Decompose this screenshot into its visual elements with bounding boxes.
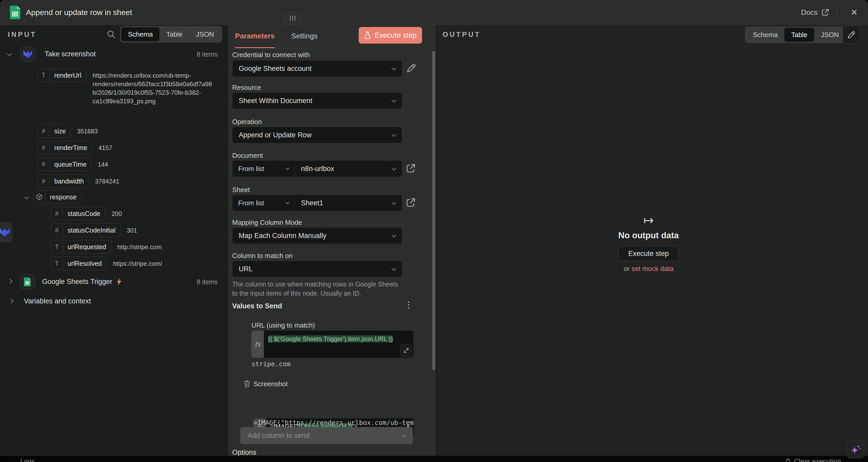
field-value: 301 [127, 224, 137, 235]
schema-field-size[interactable]: #size 351683 [38, 124, 98, 138]
schema-field-urlResolved[interactable]: TurlResolved https://stripe.com/ [51, 257, 162, 270]
expand-expression-icon[interactable] [400, 344, 412, 356]
output-tab-schema[interactable]: Schema [746, 28, 784, 42]
field-value: 3784241 [95, 174, 119, 186]
output-empty-state: ↦ No output data Execute step or set moc… [437, 214, 860, 273]
input-view-tabs: Schema Table JSON [120, 26, 222, 42]
input-tab-table[interactable]: Table [159, 27, 189, 41]
input-node-google-sheets-trigger[interactable]: Google Sheets Trigger [42, 278, 122, 286]
input-node-variables[interactable]: Variables and context [24, 297, 91, 305]
match-column-label: Column to match on [232, 252, 293, 260]
type-number-icon: # [51, 210, 63, 217]
clear-execution-button[interactable]: Clear execution [785, 457, 841, 462]
sheet-mode-select[interactable]: From list [232, 195, 295, 211]
type-number-icon: # [51, 227, 63, 234]
chevron-down-icon [392, 98, 396, 102]
credential-select[interactable]: Google Sheets account [232, 60, 402, 77]
sparkle-icon [850, 444, 861, 455]
output-panel: OUTPUT Schema Table JSON ↦ No output dat… [437, 25, 868, 456]
credential-label: Credential to connect with [232, 51, 310, 59]
close-icon[interactable]: ✕ [850, 0, 858, 25]
item-count: 8 items [196, 278, 218, 286]
type-number-icon: # [38, 127, 49, 135]
url-expression-field[interactable]: fx {{ $('Google Sheets Trigger').item.js… [251, 331, 413, 358]
set-mock-data-link[interactable]: set mock data [631, 265, 674, 272]
options-label: Options [232, 449, 256, 457]
collapse-chevron-icon[interactable] [8, 53, 11, 57]
edit-output-icon[interactable] [842, 26, 860, 43]
chevron-down-icon [286, 166, 289, 170]
expression-code: {{ $('Google Sheets Trigger').item.json.… [268, 335, 393, 342]
fx-badge: fx [251, 331, 264, 358]
execute-step-button[interactable]: Execute step [359, 27, 422, 43]
type-string-icon: T [38, 72, 49, 79]
urlbox-node-icon [20, 47, 35, 62]
output-panel-title: OUTPUT [442, 31, 481, 39]
google-sheets-trigger-icon [20, 274, 35, 289]
mapping-mode-select[interactable]: Map Each Column Manually [232, 227, 402, 244]
chevron-down-icon [392, 166, 396, 170]
sheet-select[interactable]: From list Sheet1 [232, 195, 402, 211]
scrollbar-track[interactable] [431, 48, 436, 456]
docs-link[interactable]: Docs [801, 0, 829, 25]
chevron-down-icon [392, 65, 396, 70]
kebab-menu-icon[interactable]: ⋮ [404, 299, 413, 310]
operation-select[interactable]: Append or Update Row [232, 127, 402, 143]
chevron-down-icon [392, 233, 396, 237]
tab-settings[interactable]: Settings [291, 25, 318, 48]
trash-icon [785, 458, 791, 462]
schema-field-queueTime[interactable]: #queueTime 144 [38, 158, 108, 171]
open-sheet-icon[interactable] [406, 198, 415, 209]
output-tab-json[interactable]: JSON [814, 28, 846, 42]
search-icon[interactable] [106, 30, 116, 40]
floating-node-icon[interactable] [0, 223, 12, 242]
schema-field-renderTime[interactable]: #renderTime 4157 [38, 141, 112, 155]
node-title: Append or update row in sheet [26, 0, 132, 25]
panel-drag-handle[interactable] [283, 12, 302, 24]
schema-field-bandwidth[interactable]: #bandwidth 3784241 [38, 174, 119, 188]
schema-field-urlRequested[interactable]: TurlRequested http://stripe.com [51, 240, 161, 254]
expand-chevron-icon[interactable] [9, 299, 13, 304]
no-output-title: No output data [618, 230, 679, 240]
ai-assistant-button[interactable] [847, 441, 864, 458]
expand-chevron-icon[interactable] [8, 279, 12, 284]
document-mode-select[interactable]: From list [232, 161, 295, 177]
type-object-icon [33, 194, 45, 200]
tab-parameters[interactable]: Parameters [235, 25, 275, 48]
add-column-select[interactable]: Add column to send [240, 427, 413, 444]
type-number-icon: # [38, 144, 49, 151]
item-count: 8 items [196, 51, 218, 58]
section-divider [232, 315, 402, 316]
operation-label: Operation [232, 118, 262, 126]
output-execute-step-button[interactable]: Execute step [618, 246, 679, 261]
match-column-select[interactable]: URL [232, 261, 402, 277]
field-value: https://stripe.com/ [113, 257, 162, 268]
output-tab-table[interactable]: Table [784, 28, 814, 42]
logs-button[interactable]: Logs [20, 457, 35, 462]
document-label: Document [232, 152, 263, 160]
schema-field-renderUrl[interactable]: TrenderUrl https://renders.urlbox.com/ub… [38, 68, 215, 105]
url-expression-result: stripe.com [251, 360, 412, 368]
resource-select[interactable]: Sheet Within Document [232, 92, 402, 109]
document-select[interactable]: From list n8n-urlbox [232, 160, 402, 177]
input-tab-json[interactable]: JSON [189, 27, 221, 41]
input-panel: INPUT Schema Table JSON Take screenshot … [0, 25, 228, 456]
type-number-icon: # [38, 161, 49, 168]
collapse-chevron-icon[interactable] [25, 196, 28, 200]
url-field-label: URL (using to match) [251, 321, 315, 329]
schema-field-statusCode[interactable]: #statusCode 200 [51, 207, 122, 220]
schema-field-statusCodeInitial[interactable]: #statusCodeInitial 301 [51, 224, 137, 237]
output-view-tabs: Schema Table JSON [745, 27, 847, 43]
edit-credential-icon[interactable] [406, 63, 416, 74]
input-tab-schema[interactable]: Schema [121, 27, 159, 41]
input-node-take-screenshot[interactable]: Take screenshot [45, 50, 96, 58]
scrollbar-thumb[interactable] [432, 51, 435, 370]
field-value: 351683 [77, 124, 98, 135]
trigger-bolt-icon [116, 278, 122, 286]
schema-field-response[interactable]: response [33, 190, 82, 204]
chevron-down-icon [402, 432, 406, 437]
open-document-icon[interactable] [406, 164, 415, 174]
screenshot-field-label: Screenshot [253, 380, 288, 388]
delete-column-icon[interactable] [244, 380, 250, 389]
no-output-icon: ↦ [643, 214, 654, 226]
